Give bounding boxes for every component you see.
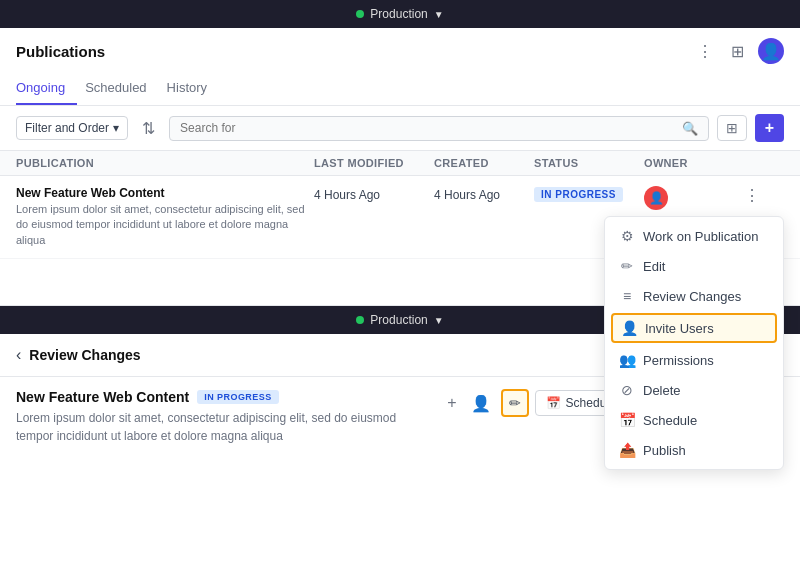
col-publication: Publication bbox=[16, 157, 314, 169]
env-chevron-2[interactable]: ▼ bbox=[434, 315, 444, 326]
col-last-modified: Last Modified bbox=[314, 157, 434, 169]
env-dot bbox=[356, 10, 364, 18]
status-cell: IN PROGRESS bbox=[534, 186, 644, 202]
menu-work-on-publication[interactable]: ⚙ Work on Publication bbox=[605, 221, 783, 251]
env-dot-2 bbox=[356, 316, 364, 324]
delete-icon: ⊘ bbox=[619, 382, 635, 398]
menu-publish-label: Publish bbox=[643, 443, 686, 458]
top-bar: Production ▼ bbox=[0, 0, 800, 28]
avatar: 👤 bbox=[644, 186, 668, 210]
sort-button[interactable]: ⇅ bbox=[136, 117, 161, 140]
add-publication-button[interactable]: + bbox=[755, 114, 784, 142]
menu-delete-label: Delete bbox=[643, 383, 681, 398]
tabs: Ongoing Scheduled History bbox=[0, 72, 800, 106]
env-label-2: Production bbox=[370, 313, 427, 327]
col-created: Created bbox=[434, 157, 534, 169]
menu-invite-label: Invite Users bbox=[645, 321, 714, 336]
search-input[interactable] bbox=[180, 121, 682, 135]
bottom-schedule-icon: 📅 bbox=[546, 396, 561, 410]
pub-info: New Feature Web Content Lorem ipsum dolo… bbox=[16, 186, 314, 248]
bottom-status-badge: IN PROGRESS bbox=[197, 390, 278, 404]
pub-title[interactable]: New Feature Web Content bbox=[16, 186, 314, 200]
col-status: Status bbox=[534, 157, 644, 169]
grid-view-button[interactable]: ⊞ bbox=[727, 40, 748, 63]
menu-publish[interactable]: 📤 Publish bbox=[605, 435, 783, 465]
search-icon: 🔍 bbox=[682, 121, 698, 136]
work-icon: ⚙ bbox=[619, 228, 635, 244]
edit-icon: ✏ bbox=[619, 258, 635, 274]
menu-review-label: Review Changes bbox=[643, 289, 741, 304]
menu-invite-users[interactable]: 👤 Invite Users bbox=[611, 313, 777, 343]
created: 4 Hours Ago bbox=[434, 186, 534, 202]
more-options-button[interactable]: ⋮ bbox=[693, 40, 717, 63]
filter-chevron-icon: ▾ bbox=[113, 121, 119, 135]
bottom-avatar-button[interactable]: 👤 bbox=[467, 390, 495, 417]
search-box: 🔍 bbox=[169, 116, 709, 141]
menu-schedule-label: Schedule bbox=[643, 413, 697, 428]
bottom-pub-info: New Feature Web Content IN PROGRESS Lore… bbox=[16, 389, 443, 445]
permissions-icon: 👥 bbox=[619, 352, 635, 368]
bottom-panel-title: Review Changes bbox=[29, 347, 140, 363]
last-modified: 4 Hours Ago bbox=[314, 186, 434, 202]
tab-history[interactable]: History bbox=[167, 72, 219, 105]
menu-edit[interactable]: ✏ Edit bbox=[605, 251, 783, 281]
col-owner: Owner bbox=[644, 157, 744, 169]
menu-work-label: Work on Publication bbox=[643, 229, 758, 244]
back-button[interactable]: ‹ bbox=[16, 346, 21, 364]
tab-ongoing[interactable]: Ongoing bbox=[16, 72, 77, 105]
bottom-title-text: New Feature Web Content bbox=[16, 389, 189, 405]
panel-header: Publications ⋮ ⊞ 👤 bbox=[0, 28, 800, 64]
user-avatar-button[interactable]: 👤 bbox=[758, 38, 784, 64]
env-chevron[interactable]: ▼ bbox=[434, 9, 444, 20]
bottom-edit-highlighted-button[interactable]: ✏ bbox=[501, 389, 529, 417]
tab-scheduled[interactable]: Scheduled bbox=[85, 72, 158, 105]
panel-title: Publications bbox=[16, 43, 105, 60]
menu-delete[interactable]: ⊘ Delete bbox=[605, 375, 783, 405]
grid-toggle-button[interactable]: ⊞ bbox=[717, 115, 747, 141]
context-menu: ⚙ Work on Publication ✏ Edit ≡ Review Ch… bbox=[604, 216, 784, 470]
header-actions: ⋮ ⊞ 👤 bbox=[693, 38, 784, 64]
toolbar: Filter and Order ▾ ⇅ 🔍 ⊞ + bbox=[0, 106, 800, 151]
menu-review-changes[interactable]: ≡ Review Changes bbox=[605, 281, 783, 311]
row-menu-button[interactable]: ⋮ bbox=[744, 186, 760, 205]
menu-permissions[interactable]: 👥 Permissions bbox=[605, 345, 783, 375]
bottom-add-button[interactable]: + bbox=[443, 390, 460, 416]
table-row: New Feature Web Content Lorem ipsum dolo… bbox=[0, 176, 800, 259]
schedule-icon: 📅 bbox=[619, 412, 635, 428]
owner-cell: 👤 bbox=[644, 186, 744, 210]
table-header: Publication Last Modified Created Status… bbox=[0, 151, 800, 176]
bottom-pub-desc: Lorem ipsum dolor sit amet, consectetur … bbox=[16, 409, 436, 445]
menu-permissions-label: Permissions bbox=[643, 353, 714, 368]
row-actions: ⋮ ⚙ Work on Publication ✏ Edit ≡ Review … bbox=[744, 186, 784, 205]
menu-edit-label: Edit bbox=[643, 259, 665, 274]
publish-icon: 📤 bbox=[619, 442, 635, 458]
invite-icon: 👤 bbox=[621, 320, 637, 336]
filter-label: Filter and Order bbox=[25, 121, 109, 135]
main-panel: Publications ⋮ ⊞ 👤 Ongoing Scheduled His… bbox=[0, 28, 800, 306]
menu-schedule[interactable]: 📅 Schedule bbox=[605, 405, 783, 435]
pub-desc: Lorem ipsum dolor sit amet, consectetur … bbox=[16, 202, 314, 248]
col-actions bbox=[744, 157, 784, 169]
review-icon: ≡ bbox=[619, 288, 635, 304]
bottom-pub-title: New Feature Web Content IN PROGRESS bbox=[16, 389, 443, 405]
env-label: Production bbox=[370, 7, 427, 21]
status-badge: IN PROGRESS bbox=[534, 187, 623, 202]
filter-order-button[interactable]: Filter and Order ▾ bbox=[16, 116, 128, 140]
